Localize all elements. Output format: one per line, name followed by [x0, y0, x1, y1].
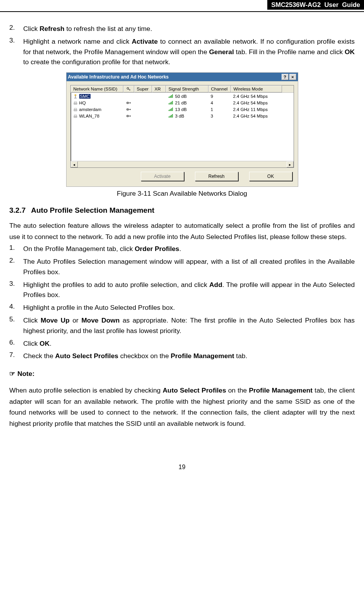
- list-item: 7.Check the Auto Select Profiles checkbo…: [9, 351, 355, 361]
- table-row[interactable]: amsterdam13 dB12.4 GHz 11 Mbps: [71, 106, 294, 113]
- help-button[interactable]: ?: [282, 74, 289, 80]
- col-mode[interactable]: Wireless Mode: [231, 85, 282, 92]
- svg-rect-15: [172, 101, 173, 104]
- ssid-text: SMC: [79, 94, 91, 99]
- list-item-number: 3.: [9, 280, 23, 301]
- scroll-right-icon[interactable]: ▸: [287, 161, 294, 167]
- activate-button[interactable]: Activate: [141, 172, 184, 181]
- list-item-body: Click Refresh to refresh the list at any…: [23, 24, 355, 34]
- signal-value: 50 dB: [175, 94, 187, 99]
- table-row[interactable]: HQ21 dB42.4 GHz 54 Mbps: [71, 99, 294, 106]
- infrastructure-icon: [73, 94, 78, 99]
- list-item: 1.On the Profile Management tab, click O…: [9, 244, 355, 254]
- svg-rect-20: [169, 110, 169, 111]
- svg-rect-4: [169, 97, 169, 98]
- list-item-body: Check the Auto Select Profiles checkbox …: [23, 351, 355, 361]
- svg-rect-12: [169, 103, 169, 104]
- signal-bars-icon: [168, 114, 173, 118]
- table-row[interactable]: SMC50 dB92.4 GHz 54 Mbps: [71, 93, 294, 99]
- ssid-text: HQ: [79, 101, 86, 105]
- list-item-number: 2.: [9, 256, 23, 277]
- svg-rect-23: [172, 108, 173, 111]
- list-item: 6.Click OK.: [9, 338, 355, 349]
- secured-icon: [126, 108, 132, 111]
- adhoc-icon: [73, 107, 78, 112]
- svg-rect-22: [171, 108, 172, 111]
- col-security[interactable]: [123, 85, 134, 92]
- secured-icon: [126, 114, 132, 118]
- scroll-left-icon[interactable]: ◂: [71, 161, 78, 167]
- signal-bars-icon: [168, 94, 173, 98]
- col-xr[interactable]: XR: [152, 85, 166, 92]
- list-item-body: Highlight the profiles to add to auto pr…: [23, 280, 355, 301]
- header-label: SMC2536W-AG2 User Guide: [267, 0, 364, 10]
- svg-rect-31: [172, 114, 173, 118]
- channel-value: 9: [208, 94, 231, 99]
- svg-rect-21: [170, 109, 171, 111]
- svg-rect-28: [169, 116, 169, 118]
- list-item: 5.Click Move Up or Move Down as appropri…: [9, 315, 355, 336]
- svg-point-11: [127, 102, 128, 103]
- page-number: 19: [9, 464, 355, 471]
- ssid-text: amsterdam: [79, 107, 102, 112]
- list-item-number: 4.: [9, 302, 23, 313]
- list-item: 3.Highlight the profiles to add to auto …: [9, 280, 355, 301]
- mode-value: 2.4 GHz 54 Mbps: [231, 94, 282, 99]
- list-item-body: Click Move Up or Move Down as appropriat…: [23, 315, 355, 336]
- note-label: Note:: [17, 370, 34, 378]
- svg-rect-16: [74, 109, 77, 111]
- table-row[interactable]: WLAN_783 dB32.4 GHz 54 Mbps: [71, 113, 294, 119]
- list-item-number: 1.: [9, 244, 23, 254]
- signal-value: 13 dB: [175, 107, 187, 112]
- svg-point-27: [127, 116, 128, 116]
- figure-3-11: Available Infrastructure and Ad Hoc Netw…: [9, 73, 355, 198]
- svg-rect-13: [170, 102, 171, 104]
- dialog-title: Available Infrastructure and Ad Hoc Netw…: [68, 74, 169, 80]
- hand-point-icon: ☞: [9, 370, 15, 378]
- svg-rect-17: [74, 108, 77, 109]
- svg-point-19: [127, 109, 128, 110]
- list-item-number: 2.: [9, 24, 23, 34]
- svg-rect-7: [172, 94, 173, 98]
- list-item: 2.Click Refresh to refresh the list at a…: [9, 24, 355, 34]
- svg-rect-3: [74, 98, 77, 98]
- network-listview[interactable]: Network Name (SSID) Super XR Signal Stre…: [70, 85, 294, 168]
- ok-button[interactable]: OK: [249, 172, 292, 181]
- list-item-body: Highlight a network name and click Activ…: [23, 36, 355, 67]
- svg-rect-8: [74, 103, 77, 104]
- list-item: 4.Highlight a profile in the Auto Select…: [9, 302, 355, 313]
- signal-bars-icon: [168, 101, 173, 105]
- col-signal[interactable]: Signal Strength: [166, 85, 208, 92]
- listview-header: Network Name (SSID) Super XR Signal Stre…: [71, 85, 294, 93]
- list-item-body: Highlight a profile in the Auto Selected…: [23, 302, 355, 313]
- svg-rect-25: [74, 115, 77, 116]
- horizontal-scrollbar[interactable]: ◂ ▸: [71, 161, 294, 167]
- close-button[interactable]: ×: [289, 74, 296, 80]
- list-item-body: Click OK.: [23, 338, 355, 349]
- signal-value: 21 dB: [175, 101, 187, 105]
- svg-rect-9: [74, 102, 77, 103]
- mode-value: 2.4 GHz 54 Mbps: [231, 101, 282, 105]
- col-channel[interactable]: Channel: [208, 85, 231, 92]
- col-super[interactable]: Super: [134, 85, 152, 92]
- note-body: When auto profile selection is enabled b…: [9, 385, 355, 429]
- list-item-number: 6.: [9, 338, 23, 349]
- section-intro: The auto selection feature allows the wi…: [9, 220, 355, 242]
- svg-rect-24: [74, 116, 77, 118]
- list-item: 3.Highlight a network name and click Act…: [9, 36, 355, 67]
- col-ssid[interactable]: Network Name (SSID): [71, 85, 123, 92]
- adhoc-icon: [73, 101, 78, 105]
- list-item-number: 7.: [9, 351, 23, 361]
- secured-icon: [126, 101, 132, 105]
- svg-rect-2: [75, 96, 75, 98]
- mode-value: 2.4 GHz 11 Mbps: [231, 107, 282, 112]
- key-icon: [126, 87, 131, 91]
- refresh-button[interactable]: Refresh: [195, 172, 238, 181]
- dialog-titlebar: Available Infrastructure and Ad Hoc Netw…: [67, 73, 298, 81]
- dialog-window: Available Infrastructure and Ad Hoc Netw…: [67, 73, 298, 186]
- note-heading: ☞ Note:: [9, 370, 355, 378]
- list-item-body: The Auto Profiles Selection management w…: [23, 256, 355, 277]
- mode-value: 2.4 GHz 54 Mbps: [231, 114, 282, 118]
- ssid-text: WLAN_78: [79, 114, 99, 118]
- page-header: SMC2536W-AG2 User Guide: [0, 0, 364, 12]
